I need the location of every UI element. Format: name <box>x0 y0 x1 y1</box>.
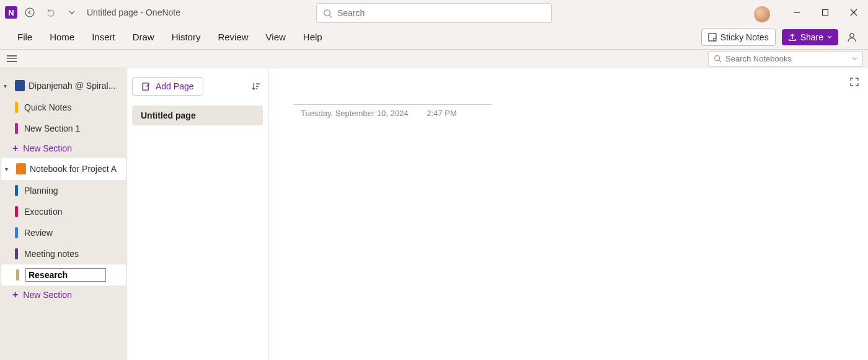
search-icon <box>714 55 722 63</box>
chevron-down-icon: ▾ <box>4 83 11 89</box>
menu-home[interactable]: Home <box>41 28 83 46</box>
section-color-tab <box>15 248 18 259</box>
svg-point-1 <box>324 9 330 15</box>
sticky-notes-button[interactable]: Sticky Notes <box>701 29 776 46</box>
new-section-button[interactable]: +New Section <box>0 286 127 304</box>
section-label: Quick Notes <box>24 102 71 112</box>
user-avatar[interactable] <box>754 6 770 22</box>
share-icon <box>788 33 797 42</box>
svg-rect-11 <box>143 83 148 89</box>
page-title-text: Untitled page <box>87 7 138 17</box>
section-color-tab <box>15 206 18 217</box>
nav-toggle-button[interactable] <box>5 52 19 66</box>
page-title-input[interactable] <box>293 104 492 105</box>
chevron-down-icon <box>852 57 857 60</box>
svg-point-8 <box>850 33 854 37</box>
menu-history[interactable]: History <box>163 28 210 46</box>
search-icon <box>323 9 332 18</box>
window-title: Untitled page - OneNote <box>87 7 180 17</box>
account-manager-button[interactable] <box>844 30 859 45</box>
expand-icon <box>849 77 859 87</box>
menu-draw[interactable]: Draw <box>124 28 163 46</box>
section-label: Planning <box>24 186 58 196</box>
menu-review[interactable]: Review <box>209 28 257 46</box>
menu-help[interactable]: Help <box>294 28 331 46</box>
close-button[interactable] <box>839 0 868 25</box>
menu-view[interactable]: View <box>257 28 294 46</box>
plus-icon: + <box>12 289 18 300</box>
back-button[interactable] <box>21 4 38 21</box>
maximize-button[interactable] <box>811 0 839 25</box>
tool-row <box>0 50 868 68</box>
section-color-tab <box>15 102 18 113</box>
section-color-tab <box>15 185 18 196</box>
sort-icon <box>251 82 260 91</box>
section-color-tab <box>15 227 18 238</box>
quick-access-dropdown[interactable] <box>63 4 81 21</box>
app-name-text: OneNote <box>146 7 180 17</box>
compose-icon <box>141 82 151 91</box>
new-section-label: New Section <box>23 290 72 300</box>
share-label: Share <box>800 32 823 42</box>
sticky-note-icon <box>708 33 717 42</box>
svg-line-2 <box>329 15 332 17</box>
expand-canvas-button[interactable] <box>849 77 859 87</box>
titlebar: N Untitled page - OneNote <box>0 0 868 25</box>
person-icon <box>846 31 858 43</box>
menu-file[interactable]: File <box>9 28 41 46</box>
undo-icon <box>46 7 56 17</box>
new-section-button[interactable]: +New Section <box>0 139 127 158</box>
section-row[interactable]: New Section 1 <box>0 118 127 139</box>
notebook-icon <box>15 80 25 91</box>
svg-point-0 <box>25 8 34 17</box>
main-area: ▾ Dipanjenah @ Spiral... Quick Notes New… <box>0 68 868 360</box>
section-color-tab <box>16 269 19 281</box>
section-row[interactable]: Review <box>0 222 127 243</box>
notebook-row[interactable]: ▾ Dipanjenah @ Spiral... <box>0 74 127 97</box>
onenote-app-icon: N <box>5 6 17 19</box>
section-row[interactable]: Quick Notes <box>0 97 127 118</box>
notebook-sidebar: ▾ Dipanjenah @ Spiral... Quick Notes New… <box>0 68 127 360</box>
notebook-label: Dipanjenah @ Spiral... <box>29 81 123 91</box>
minimize-icon <box>793 9 800 16</box>
chevron-down-icon: ▾ <box>5 166 12 173</box>
menubar: FileHomeInsertDrawHistoryReviewViewHelp … <box>0 25 868 50</box>
section-row[interactable]: Planning <box>0 180 127 201</box>
notebook-row[interactable]: ▾ Notebook for Project A <box>1 158 126 180</box>
section-label: New Section 1 <box>24 124 80 133</box>
global-search-input[interactable] <box>337 8 545 18</box>
section-row[interactable]: Execution <box>0 201 127 222</box>
section-rename-input[interactable] <box>25 268 106 282</box>
page-date: Tuesday, September 10, 2024 <box>301 109 408 118</box>
section-label: Review <box>24 228 53 238</box>
global-search[interactable] <box>316 3 552 23</box>
svg-rect-4 <box>823 10 828 16</box>
section-label: Meeting notes <box>24 249 79 259</box>
chevron-down-icon <box>69 11 75 14</box>
menu-insert[interactable]: Insert <box>83 28 124 46</box>
page-date-stamp: Tuesday, September 10, 2024 2:47 PM <box>293 109 843 118</box>
page-time: 2:47 PM <box>427 109 456 118</box>
plus-icon: + <box>12 143 18 154</box>
svg-point-9 <box>715 56 720 61</box>
share-button[interactable]: Share <box>782 29 838 45</box>
section-row[interactable] <box>1 264 126 286</box>
sort-pages-button[interactable] <box>248 79 263 94</box>
undo-button[interactable] <box>42 4 60 21</box>
page-canvas[interactable]: Tuesday, September 10, 2024 2:47 PM <box>268 68 868 360</box>
page-list-panel: Add Page Untitled page <box>127 68 268 360</box>
notebook-search-input[interactable] <box>725 54 848 63</box>
add-page-button[interactable]: Add Page <box>132 77 203 96</box>
notebook-label: Notebook for Project A <box>30 164 122 174</box>
back-arrow-icon <box>25 7 35 17</box>
notebook-icon <box>16 163 26 174</box>
sticky-notes-label: Sticky Notes <box>720 32 769 42</box>
page-list-item[interactable]: Untitled page <box>132 106 263 125</box>
notebook-search[interactable] <box>708 51 863 67</box>
window-controls <box>754 0 868 25</box>
chevron-down-icon <box>827 35 832 38</box>
section-row[interactable]: Meeting notes <box>0 243 127 264</box>
section-label: Execution <box>24 207 62 217</box>
minimize-button[interactable] <box>782 0 811 25</box>
svg-line-10 <box>719 60 721 62</box>
